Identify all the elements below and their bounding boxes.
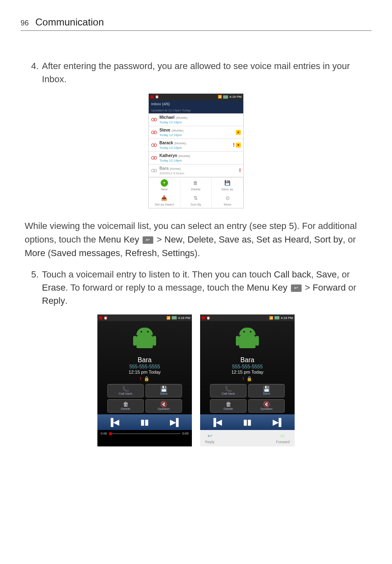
- reply-button[interactable]: ↩Reply: [205, 432, 214, 444]
- heard-icon: 📥: [161, 194, 168, 202]
- next-button[interactable]: ▶▌: [273, 418, 284, 427]
- vm-name: Barack (Mobile): [159, 141, 186, 145]
- trash-icon: 🗑: [108, 401, 143, 407]
- forward-icon: ➪: [280, 432, 285, 439]
- caller-number: 555-555-5555: [200, 364, 295, 370]
- menu-key-icon: [291, 284, 302, 292]
- status-bar: ⏰ 📶 4:19 PM: [149, 94, 243, 100]
- vm-status-icon: [202, 316, 205, 319]
- signal-icon: 📶: [218, 95, 222, 99]
- trash-icon: 🗑: [210, 401, 246, 407]
- voicemail-icon: [151, 169, 157, 172]
- instruction-paragraph: While viewing the voicemail list, you ca…: [25, 219, 367, 260]
- reply-forward-menu: ↩Reply ➪Forward: [200, 430, 295, 446]
- urgent-icon: !: [239, 168, 241, 173]
- save-button[interactable]: 💾Save: [145, 384, 182, 398]
- delete-button[interactable]: 🗑Delete: [210, 399, 247, 413]
- call-back-button[interactable]: 📞Call back: [107, 384, 144, 398]
- transport-bar: ▐◀ ▮▮ ▶▌: [97, 414, 192, 430]
- inbox-menu: +New 🗑Delete 💾Save as 📥Set as Heard ⇅Sor…: [149, 177, 243, 208]
- speaker-button[interactable]: 🔇Speaker: [145, 399, 182, 413]
- battery-icon: [274, 316, 279, 319]
- vm-name: Katheryn (Mobile): [159, 153, 190, 158]
- reply-icon: ↩: [208, 432, 212, 439]
- voicemail-icon: [151, 156, 157, 159]
- more-icon: ⊙: [224, 194, 231, 202]
- page-title: Communication: [35, 16, 104, 28]
- set-as-heard-button[interactable]: 📥Set as Heard: [149, 193, 180, 208]
- vm-name: Bara (Home): [159, 166, 181, 171]
- new-button[interactable]: +New: [149, 178, 180, 193]
- delete-button[interactable]: 🗑Delete: [180, 178, 212, 193]
- battery-icon: [172, 316, 177, 319]
- lock-icon: 🔒: [144, 376, 150, 381]
- caller-name: Bara: [97, 356, 192, 364]
- speaker-icon: 🔇: [146, 401, 182, 407]
- voicemail-icon: [151, 143, 157, 147]
- android-avatar-icon: [235, 328, 260, 352]
- pause-button[interactable]: ▮▮: [243, 418, 251, 427]
- alarm-icon: ⏰: [206, 316, 210, 320]
- voicemail-row[interactable]: Michael (Mobile) Today 12:18pm: [149, 113, 243, 126]
- delete-button[interactable]: 🗑Delete: [107, 399, 144, 413]
- voicemail-icon: [151, 118, 157, 121]
- trash-icon: 🗑: [192, 179, 199, 187]
- forward-button[interactable]: ➪Forward: [276, 432, 290, 444]
- vm-status-icon: [99, 316, 102, 319]
- call-time: 12:15 pm Today: [97, 370, 192, 374]
- signal-icon: 📶: [166, 316, 171, 320]
- page-number: 96: [21, 19, 29, 28]
- step5-text: Touch a voicemail entry to listen to it.…: [42, 268, 367, 307]
- prev-button[interactable]: ▐◀: [108, 418, 119, 427]
- save-as-button[interactable]: 💾Save as: [212, 178, 243, 193]
- vm-time: Today 12:18pm: [159, 120, 182, 124]
- android-avatar-icon: [132, 328, 157, 352]
- step5-number: 5.: [25, 268, 39, 307]
- caller-number: 555-555-5555: [97, 364, 192, 370]
- vm-name: Steve (Mobile): [159, 128, 183, 132]
- status-time: 4:19 PM: [178, 316, 190, 320]
- next-button[interactable]: ▶▌: [170, 418, 181, 427]
- lock-icon: 🔒: [247, 376, 252, 381]
- call-back-button[interactable]: 📞Call back: [210, 384, 247, 398]
- caller-name: Bara: [200, 356, 295, 364]
- inbox-screenshot: ⏰ 📶 4:19 PM Inbox (4/5) Updated at 12:19…: [148, 93, 244, 208]
- menu-key-icon: [143, 236, 153, 244]
- voicemail-icon: [151, 131, 157, 134]
- seek-bar[interactable]: 0:00 0:05: [97, 430, 192, 437]
- vm-status-icon: [150, 95, 154, 99]
- voicemail-row[interactable]: Katheryn (Mobile) Today 12:14pm: [149, 152, 243, 164]
- plus-icon: +: [161, 179, 168, 187]
- voicemail-row[interactable]: Steve (Mobile) Today 12:16pm ●: [149, 126, 243, 139]
- save-icon: 💾: [224, 179, 231, 187]
- voicemail-row[interactable]: Bara (Home) 3/2/2011 4:41am !: [149, 164, 243, 177]
- step4-number: 4.: [25, 60, 39, 86]
- seek-end: 0:05: [182, 432, 189, 435]
- status-bar: ⏰ 📶4:19 PM: [200, 314, 295, 321]
- seek-handle-icon[interactable]: [109, 432, 112, 435]
- sort-icon: ⇅: [192, 194, 199, 202]
- battery-icon: [223, 95, 228, 99]
- save-icon: 💾: [249, 386, 284, 392]
- speaker-button[interactable]: 🔇Speaker: [248, 399, 285, 413]
- voicemail-row[interactable]: Barack (Mobile) Today 12:15pm ! ●: [149, 139, 243, 152]
- call-time: 12:15 pm Today: [200, 370, 295, 374]
- pause-button[interactable]: ▮▮: [141, 418, 149, 427]
- phone-icon: 📞: [210, 386, 246, 392]
- contact-badge-icon: ●: [236, 143, 241, 148]
- urgent-icon: !: [242, 376, 244, 381]
- vm-time: 3/2/2011 4:41am: [159, 171, 184, 175]
- transport-bar: ▐◀ ▮▮ ▶▌: [200, 414, 295, 430]
- inbox-header: Inbox (4/5): [149, 100, 243, 108]
- status-time: 4:19 PM: [229, 95, 242, 99]
- more-button[interactable]: ⊙More: [212, 193, 243, 208]
- speaker-icon: 🔇: [249, 401, 284, 407]
- vm-time: Today 12:16pm: [159, 133, 182, 137]
- status-time: 4:19 PM: [281, 316, 293, 320]
- save-button[interactable]: 💾Save: [248, 384, 285, 398]
- sort-by-button[interactable]: ⇅Sort By: [180, 193, 212, 208]
- signal-icon: 📶: [269, 316, 273, 320]
- prev-button[interactable]: ▐◀: [211, 418, 222, 427]
- step4-text: After entering the password, you are all…: [42, 60, 367, 86]
- player-screenshot-closed: ⏰ 📶4:19 PM Bara 555-555-5555 12:15 pm To…: [97, 314, 192, 446]
